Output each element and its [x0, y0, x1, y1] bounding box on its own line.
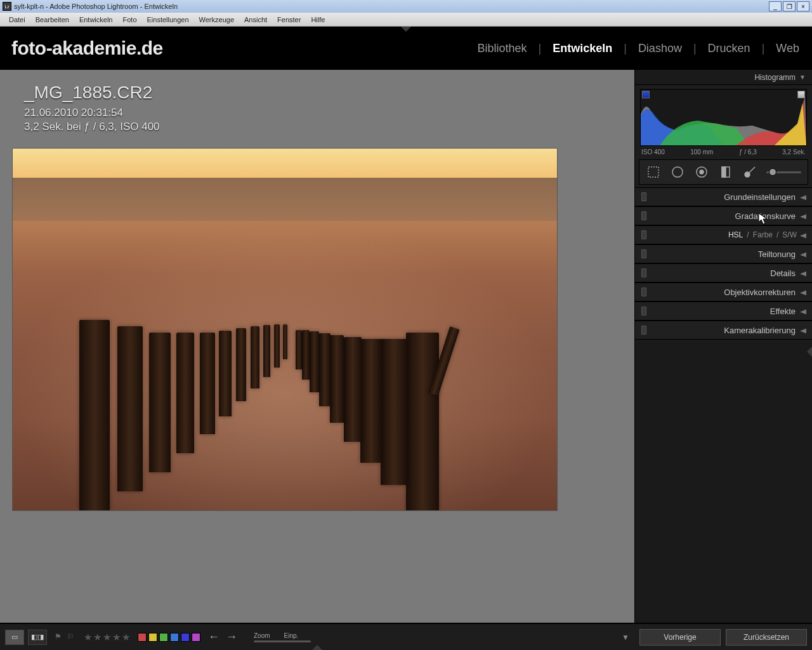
chevron-left-icon: ◀ [800, 194, 806, 201]
histogram-display[interactable] [640, 89, 807, 146]
star-icon[interactable]: ★ [122, 632, 130, 643]
panel-details[interactable]: Details ◀ [635, 263, 812, 282]
sw-tab[interactable]: S/W [782, 230, 797, 239]
module-diashow[interactable]: Diashow [637, 42, 683, 55]
color-chip-indigo[interactable] [181, 633, 190, 642]
color-chip-blue[interactable] [170, 633, 179, 642]
image-canvas[interactable]: _MG_1885.CR2 21.06.2010 20:31:54 3,2 Sek… [0, 70, 634, 623]
histogram-header[interactable]: Histogramm ▼ [635, 70, 812, 85]
star-icon[interactable]: ★ [103, 632, 111, 643]
histogram-title: Histogramm [754, 73, 796, 82]
farbe-tab[interactable]: Farbe [753, 230, 773, 239]
menu-datei[interactable]: Datei [4, 16, 30, 23]
panel-effekte[interactable]: Effekte ◀ [635, 302, 812, 321]
chevron-left-icon: ◀ [800, 327, 806, 334]
panel-hsl[interactable]: HSL/ Farbe/ S/W ◀ [635, 225, 812, 244]
mouse-cursor-icon [758, 213, 768, 225]
info-overlay: _MG_1885.CR2 21.06.2010 20:31:54 3,2 Sek… [24, 83, 160, 133]
fit-label: Einp. [284, 632, 299, 639]
panel-switch-icon[interactable] [641, 211, 646, 220]
panel-switch-icon[interactable] [641, 249, 646, 258]
chevron-left-icon: ◀ [800, 270, 806, 277]
tool-amount-slider[interactable] [766, 164, 801, 180]
compare-view-button[interactable]: ◧◨ [28, 630, 47, 645]
panel-switch-icon[interactable] [641, 269, 646, 277]
color-chip-purple[interactable] [192, 633, 200, 642]
rating-stars[interactable]: ★ ★ ★ ★ ★ [84, 632, 130, 643]
menu-hilfe[interactable]: Hilfe [306, 16, 330, 23]
menu-ansicht[interactable]: Ansicht [239, 16, 272, 23]
histogram-metadata: ISO 400 100 mm ƒ / 6,3 3,2 Sek. [635, 147, 812, 159]
next-photo-icon[interactable]: → [226, 630, 237, 644]
color-chip-green[interactable] [159, 633, 168, 642]
right-panel: Histogramm ▼ ISO 400 100 mm ƒ / 6,3 3,2 … [634, 70, 812, 623]
panel-grundeinstellungen[interactable]: Grundeinstellungen ◀ [635, 187, 812, 206]
module-entwickeln[interactable]: Entwickeln [551, 42, 613, 55]
module-web[interactable]: Web [775, 42, 801, 55]
prev-photo-icon[interactable]: ← [208, 630, 219, 644]
minimize-button[interactable]: _ [769, 1, 782, 11]
zoom-control[interactable]: Zoom Einp. [254, 632, 311, 642]
gradient-tool-icon[interactable] [718, 164, 733, 180]
panel-switch-icon[interactable] [641, 288, 646, 296]
svg-point-3 [700, 170, 704, 174]
redeye-tool-icon[interactable] [694, 164, 709, 180]
chevron-left-icon: ◀ [800, 213, 806, 220]
menu-bearbeiten[interactable]: Bearbeiten [30, 16, 74, 23]
chevron-left-icon: ◀ [800, 251, 806, 258]
panel-switch-icon[interactable] [641, 192, 646, 201]
filmstrip-toggle-icon[interactable] [312, 645, 322, 650]
previous-button[interactable]: Vorherige [639, 629, 721, 646]
histo-aperture: ƒ / 6,3 [739, 149, 757, 156]
zoom-slider[interactable] [254, 640, 311, 642]
menu-fenster[interactable]: Fenster [272, 16, 306, 23]
flag-pick-icon[interactable]: ⚑ [55, 632, 63, 642]
reset-button[interactable]: Zurücksetzen [726, 629, 807, 646]
panel-switch-icon[interactable] [641, 307, 646, 315]
hsl-tab[interactable]: HSL [728, 230, 743, 239]
panel-gradationskurve[interactable]: Gradationskurve ◀ [635, 206, 812, 225]
photo-preview[interactable] [13, 149, 557, 510]
star-icon[interactable]: ★ [112, 632, 121, 643]
svg-point-6 [745, 172, 750, 177]
top-panel-toggle-icon[interactable] [401, 27, 411, 32]
panel-kamerakalibrierung[interactable]: Kamerakalibrierung ◀ [635, 321, 812, 340]
panel-teiltonung[interactable]: Teiltonung ◀ [635, 244, 812, 263]
exposure-label: 3,2 Sek. bei ƒ / 6,3, ISO 400 [24, 121, 160, 133]
panel-empty-area [635, 340, 812, 623]
loupe-view-button[interactable]: ▭ [5, 630, 24, 645]
chevron-left-icon: ◀ [800, 308, 806, 315]
brush-tool-icon[interactable] [742, 164, 757, 180]
star-icon[interactable]: ★ [84, 632, 92, 643]
os-titlebar: Lr sylt-kplt-n - Adobe Photoshop Lightro… [0, 0, 812, 13]
star-icon[interactable]: ★ [93, 632, 102, 643]
toolbar-options-icon[interactable]: ▼ [622, 633, 629, 642]
color-chip-red[interactable] [138, 633, 147, 642]
develop-tool-strip [639, 159, 808, 185]
zoom-label: Zoom [254, 632, 270, 639]
close-button[interactable]: × [797, 1, 809, 11]
datetime-label: 21.06.2010 20:31:54 [24, 107, 160, 119]
chevron-down-icon: ▼ [799, 74, 806, 81]
window-title: sylt-kplt-n - Adobe Photoshop Lightroom … [14, 3, 769, 10]
right-panel-toggle-icon[interactable] [807, 347, 812, 357]
module-bibliothek[interactable]: Bibliothek [476, 42, 528, 55]
svg-rect-5 [722, 167, 726, 177]
module-drucken[interactable]: Drucken [707, 42, 752, 55]
menu-foto[interactable]: Foto [117, 16, 141, 23]
panel-objektivkorrekturen[interactable]: Objektivkorrekturen ◀ [635, 282, 812, 302]
top-panel: foto-akademie.de Bibliothek| Entwickeln|… [0, 27, 812, 70]
menu-werkzeuge[interactable]: Werkzeuge [194, 16, 239, 23]
maximize-button[interactable]: ❐ [783, 1, 796, 11]
flag-group: ⚑ ⚐ [55, 632, 76, 642]
color-chip-yellow[interactable] [148, 633, 157, 642]
spot-tool-icon[interactable] [670, 164, 685, 180]
crop-tool-icon[interactable] [646, 164, 661, 180]
panel-switch-icon[interactable] [641, 326, 646, 335]
flag-reject-icon[interactable]: ⚐ [67, 632, 76, 642]
menu-entwickeln[interactable]: Entwickeln [74, 16, 118, 23]
menu-einstellungen[interactable]: Einstellungen [142, 16, 194, 23]
filename-label: _MG_1885.CR2 [24, 83, 160, 103]
panel-switch-icon[interactable] [641, 230, 646, 239]
view-mode-group: ▭ ◧◨ [5, 630, 47, 645]
